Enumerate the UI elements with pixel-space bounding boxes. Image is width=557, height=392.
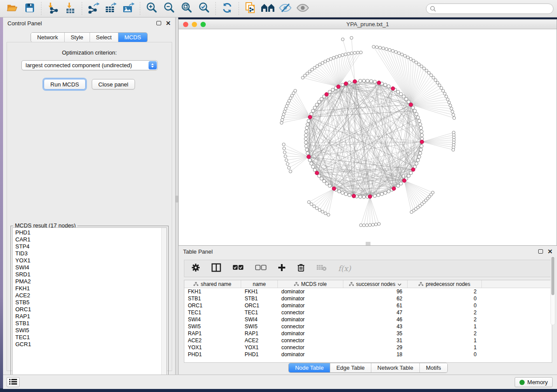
export-image-button[interactable] (120, 2, 137, 16)
mcds-hub-node[interactable] (353, 79, 357, 83)
tab-mcds[interactable]: MCDS (118, 33, 147, 42)
mcds-result-item[interactable]: GCR1 (15, 341, 166, 348)
show-columns-icon[interactable] (211, 263, 221, 274)
leaf-node[interactable] (403, 55, 406, 58)
leaf-node[interactable] (283, 110, 286, 113)
mcds-result-item[interactable]: SWI5 (15, 327, 166, 334)
mcds-hub-node[interactable] (368, 195, 372, 199)
leaf-node[interactable] (294, 89, 297, 92)
mcds-result-item[interactable]: SRD1 (15, 271, 166, 278)
leaf-node[interactable] (347, 52, 350, 55)
scrollbar-thumb[interactable] (551, 257, 554, 295)
network-node[interactable] (306, 151, 309, 155)
table-row[interactable]: SWI5SWI5connector431 (184, 323, 552, 330)
import-table-button[interactable] (62, 2, 79, 16)
network-node[interactable] (313, 106, 317, 110)
leaf-node[interactable] (427, 72, 430, 75)
leaf-node[interactable] (327, 213, 330, 217)
network-node[interactable] (331, 88, 335, 92)
table-row[interactable]: RAP1RAP1dominator352 (184, 330, 552, 337)
leaf-node[interactable] (282, 143, 285, 146)
leaf-node[interactable] (321, 210, 324, 213)
leaf-node[interactable] (391, 49, 394, 52)
network-node[interactable] (362, 79, 366, 83)
leaf-node[interactable] (372, 45, 375, 48)
network-node[interactable] (384, 191, 387, 195)
network-window-titlebar[interactable]: YPA_prune.txt_1 (179, 20, 557, 29)
leaf-node[interactable] (420, 65, 423, 68)
network-node[interactable] (362, 195, 366, 199)
leaf-node[interactable] (425, 69, 428, 72)
network-node[interactable] (413, 109, 417, 113)
leaf-node[interactable] (452, 113, 455, 117)
mcds-hub-node[interactable] (344, 82, 348, 86)
delete-table-icon[interactable] (316, 264, 327, 273)
leaf-node[interactable] (318, 209, 321, 212)
network-node[interactable] (373, 80, 377, 84)
leaf-node[interactable] (422, 67, 426, 70)
network-node[interactable] (366, 79, 370, 83)
close-panel-button[interactable]: Close panel (92, 79, 135, 89)
network-node[interactable] (320, 177, 323, 180)
leaf-node[interactable] (440, 86, 443, 89)
mcds-hub-node[interactable] (315, 171, 319, 175)
network-node[interactable] (370, 79, 373, 83)
show-all-button[interactable] (294, 2, 311, 16)
float-panel-icon[interactable] (156, 21, 161, 25)
first-neighbors-button[interactable] (259, 2, 277, 16)
leaf-node[interactable] (394, 51, 398, 54)
leaf-node[interactable] (438, 84, 441, 87)
tab-network-table[interactable]: Network Table (371, 363, 420, 372)
zoom-in-button[interactable] (143, 2, 160, 16)
leaf-node[interactable] (324, 212, 327, 215)
tab-select[interactable]: Select (90, 33, 118, 42)
mcds-hub-node[interactable] (307, 155, 311, 159)
network-node[interactable] (399, 93, 403, 96)
mcds-result-item[interactable]: SWI4 (15, 264, 166, 271)
leaf-node[interactable] (448, 101, 451, 104)
leaf-node[interactable] (310, 203, 313, 206)
column-header-successor-nodes[interactable]: successor nodes (343, 280, 408, 288)
network-node[interactable] (325, 182, 329, 186)
column-header-predecessor-nodes[interactable]: predecessor nodes (408, 280, 482, 288)
leaf-node[interactable] (289, 170, 292, 173)
leaf-node[interactable] (417, 63, 420, 66)
mcds-hub-node[interactable] (352, 194, 356, 198)
network-node[interactable] (420, 144, 423, 148)
table-scrollbar[interactable] (550, 255, 555, 325)
column-header-name[interactable]: name (241, 280, 278, 288)
leaf-node[interactable] (368, 224, 371, 227)
search-input[interactable] (426, 3, 554, 14)
network-node[interactable] (415, 113, 419, 116)
mcds-result-item[interactable]: ORC1 (15, 306, 166, 313)
leaf-node[interactable] (341, 38, 344, 41)
tab-network[interactable]: Network (31, 33, 65, 42)
leaf-node[interactable] (281, 118, 284, 121)
leaf-node[interactable] (371, 224, 374, 227)
network-node[interactable] (384, 83, 387, 87)
network-node[interactable] (380, 193, 384, 196)
leaf-node[interactable] (446, 98, 449, 101)
table-row[interactable]: YOX1YOX1connector291 (184, 344, 552, 351)
network-node[interactable] (409, 171, 413, 175)
network-node[interactable] (402, 95, 405, 98)
save-session-button[interactable] (21, 2, 38, 16)
leaf-node[interactable] (415, 61, 418, 64)
network-node[interactable] (308, 158, 312, 162)
leaf-node[interactable] (430, 74, 433, 77)
leaf-node[interactable] (436, 81, 439, 84)
network-node[interactable] (310, 162, 313, 165)
network-node[interactable] (387, 190, 391, 193)
open-file-button[interactable] (3, 2, 21, 16)
leaf-node[interactable] (356, 51, 360, 54)
mcds-result-item[interactable]: PHD1 (15, 229, 166, 236)
list-scrollbar-track[interactable] (161, 228, 166, 385)
mcds-result-item[interactable]: RAP1 (15, 313, 166, 320)
canvas-grip[interactable] (366, 242, 370, 245)
leaf-node[interactable] (313, 205, 316, 208)
mcds-result-item[interactable]: YOX1 (15, 257, 166, 264)
leaf-node[interactable] (350, 36, 353, 39)
network-node[interactable] (418, 155, 421, 158)
leaf-node[interactable] (280, 121, 283, 124)
network-node[interactable] (322, 179, 326, 183)
